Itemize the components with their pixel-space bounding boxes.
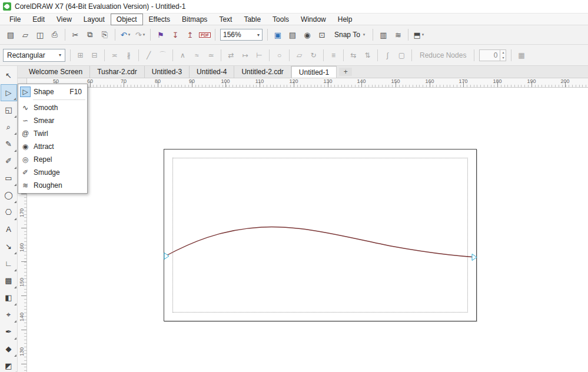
text-tool[interactable]: A — [1, 221, 17, 238]
export-button[interactable]: ↥ — [183, 28, 197, 42]
flyout-item-twirl[interactable]: @ Twirl — [19, 127, 87, 140]
welcome-screen-button[interactable]: ▥ — [376, 28, 390, 42]
snap-to-dropdown[interactable]: Snap To▾ — [330, 28, 370, 42]
flyout-item-roughen[interactable]: ≋ Roughen — [19, 179, 87, 192]
drop-shadow-tool[interactable]: ▩ — [1, 272, 17, 289]
new-tab-button[interactable]: + — [339, 68, 352, 76]
flyout-item-smooth[interactable]: ∿ Smooth — [19, 101, 87, 114]
freehand-tool[interactable]: ✎ — [1, 135, 17, 152]
extend-curve-button[interactable]: ↦ — [238, 48, 252, 62]
flyout-item-smear[interactable]: ∽ Smear — [19, 114, 87, 127]
smooth-node-button[interactable]: ≈ — [190, 48, 204, 62]
reverse-direction-button[interactable]: ⇄ — [224, 48, 238, 62]
new-document-button[interactable]: ▤ — [4, 28, 18, 42]
color-eyedropper-tool[interactable]: ⌖ — [1, 306, 17, 323]
menu-tools[interactable]: Tools — [267, 14, 295, 25]
tab-tushar-2[interactable]: Tushar-2.cdr — [90, 66, 145, 78]
menu-window[interactable]: Window — [295, 14, 332, 25]
s-curve-path[interactable] — [165, 227, 476, 257]
menu-effects[interactable]: Effects — [143, 14, 176, 25]
publish-pdf-button[interactable]: PDF — [198, 28, 212, 42]
stretch-nodes-button[interactable]: ▱ — [293, 48, 306, 62]
paste-button[interactable]: ⎘ — [98, 28, 112, 42]
rectangle-tool[interactable]: ▭ — [1, 170, 17, 187]
curve-smoothness-spinner[interactable]: 0 ▴▾ — [479, 49, 506, 61]
menu-help[interactable]: Help — [332, 14, 358, 25]
polygon-tool[interactable]: ⎔ — [1, 204, 17, 221]
outline-pen-tool[interactable]: ✒ — [1, 323, 17, 340]
add-node-button[interactable]: ⊞ — [74, 48, 87, 62]
pick-tool[interactable]: ↖ — [1, 67, 17, 84]
connector-tool[interactable]: ∟ — [1, 255, 17, 272]
elastic-mode-button[interactable]: ∫ — [381, 48, 394, 62]
transparency-tool[interactable]: ◧ — [1, 289, 17, 306]
redo-button[interactable]: ↷▾ — [133, 28, 147, 42]
snap-options-button[interactable]: ⊡ — [315, 28, 329, 42]
menu-table[interactable]: Table — [238, 14, 267, 25]
page[interactable] — [164, 149, 477, 321]
horizontal-ruler[interactable]: 50 60 70 80 90 100 110 120 130 140 150 1… — [18, 78, 588, 88]
delete-node-button[interactable]: ⊟ — [88, 48, 101, 62]
flyout-item-attract[interactable]: ◉ Attract — [19, 140, 87, 153]
break-curve-button[interactable]: ∦ — [122, 48, 135, 62]
drawing-canvas[interactable] — [27, 88, 588, 372]
align-nodes-button[interactable]: ≡ — [327, 48, 340, 62]
show-rulers-button[interactable]: ▤ — [285, 28, 300, 42]
cusp-node-button[interactable]: ∧ — [176, 48, 190, 62]
cut-button[interactable]: ✂ — [68, 28, 82, 42]
menu-object[interactable]: Object — [111, 14, 143, 25]
tab-untitled-1[interactable]: Untitled-1 — [291, 66, 337, 78]
copy-button[interactable]: ⧉ — [83, 28, 97, 42]
crop-tool[interactable]: ◱ — [1, 101, 17, 118]
box-select-button[interactable]: ▦ — [514, 48, 528, 62]
rotate-nodes-button[interactable]: ↻ — [307, 48, 320, 62]
import-button[interactable]: ↧ — [168, 28, 182, 42]
flyout-item-repel[interactable]: ◎ Repel — [19, 153, 87, 166]
select-all-nodes-button[interactable]: ▢ — [395, 48, 408, 62]
undo-button[interactable]: ↶▾ — [118, 28, 132, 42]
menu-text[interactable]: Text — [213, 14, 238, 25]
spinner-arrows[interactable]: ▴▾ — [500, 50, 506, 61]
open-button[interactable]: ▱ — [18, 28, 32, 42]
search-content-button[interactable]: ⚑ — [154, 28, 168, 42]
selection-mode-select[interactable]: Rectangular▾ — [3, 49, 65, 62]
reflect-vertical-button[interactable]: ⇅ — [361, 48, 374, 62]
artistic-media-tool[interactable]: ✐ — [1, 152, 17, 170]
ellipse-tool[interactable]: ◯ — [1, 187, 17, 204]
extract-subpath-button[interactable]: ⊢ — [253, 48, 266, 62]
reflect-horizontal-button[interactable]: ⇆ — [347, 48, 360, 62]
zoom-tool[interactable]: ⌕ — [1, 118, 17, 135]
join-nodes-button[interactable]: ≍ — [108, 48, 121, 62]
menu-edit[interactable]: Edit — [26, 14, 51, 25]
tab-untitled-2[interactable]: Untitled-2.cdr — [234, 66, 291, 78]
close-curve-button[interactable]: ○ — [273, 48, 286, 62]
parallel-dimension-tool[interactable]: ↘ — [1, 238, 17, 255]
curve-object[interactable] — [164, 149, 478, 323]
shape-tool[interactable]: ▷ — [1, 84, 17, 101]
menu-view[interactable]: View — [51, 14, 78, 25]
print-button[interactable]: ⎙ — [48, 28, 62, 42]
edit-fill-tool[interactable]: ◆ — [1, 340, 17, 357]
fullscreen-preview-button[interactable]: ▣ — [271, 28, 285, 42]
interactive-fill-tool[interactable]: ◩ — [1, 357, 17, 372]
flyout-item-smudge[interactable]: ✐ Smudge — [19, 166, 87, 179]
menu-layout[interactable]: Layout — [78, 14, 111, 25]
convert-to-line-button[interactable]: ╱ — [142, 48, 155, 62]
tab-untitled-3[interactable]: Untitled-3 — [145, 66, 190, 78]
show-guidelines-button[interactable]: ◉ — [300, 28, 314, 42]
menu-file[interactable]: File — [4, 14, 26, 25]
save-button[interactable]: ◫ — [33, 28, 47, 42]
curve-end-node[interactable] — [472, 254, 477, 261]
tab-welcome-screen[interactable]: Welcome Screen — [22, 66, 90, 78]
menu-bitmaps[interactable]: Bitmaps — [176, 14, 213, 25]
options-button[interactable]: ≋ — [391, 28, 405, 42]
application-launcher-button[interactable]: ⬒▾ — [411, 28, 426, 42]
reduce-nodes-button[interactable]: Reduce Nodes — [415, 51, 471, 59]
horizontal-ruler-scale[interactable]: 50 60 70 80 90 100 110 120 130 140 150 1… — [27, 78, 588, 87]
symmetrical-node-button[interactable]: ≃ — [204, 48, 218, 62]
convert-to-curve-button[interactable]: ⌒ — [156, 48, 170, 62]
tab-untitled-4[interactable]: Untitled-4 — [190, 66, 234, 78]
flyout-item-shape[interactable]: ▷ Shape F10 — [19, 85, 87, 98]
curve-start-node[interactable] — [164, 253, 169, 260]
zoom-level-select[interactable]: 156%▾ — [220, 29, 263, 41]
